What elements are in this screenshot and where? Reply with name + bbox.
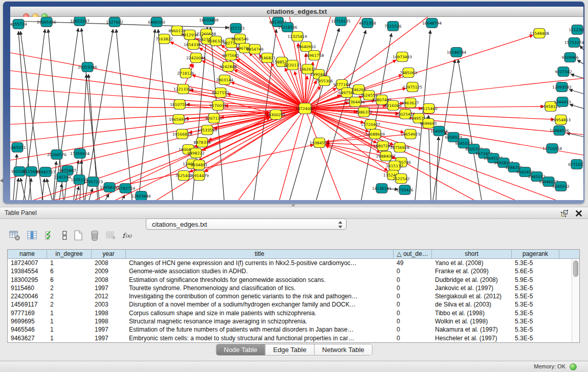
graph-node[interactable]: 4671358 [359,18,376,28]
graph-node[interactable]: 9267110 [205,114,223,123]
table-row[interactable]: 911546021997Tourette syndrome. Phenomeno… [8,284,579,292]
graph-node[interactable]: 15751074 [564,38,583,48]
graph-node[interactable]: 12710354 [542,144,562,154]
table-cell-name[interactable]: 9115460 [8,284,47,292]
graph-node[interactable]: 12923446 [132,191,151,201]
graph-node[interactable]: 4055724 [10,19,27,29]
citation-network-graph[interactable]: 1872400718300295193845547163822896012889… [10,17,583,200]
graph-node[interactable]: 6771023 [568,160,583,169]
table-cell-name[interactable]: 19384554 [8,267,47,275]
table-cell-pagerank[interactable]: 5.3E-5 [512,325,559,334]
graph-node[interactable]: 10653287 [70,17,90,26]
table-cell-title[interactable]: Changes of HCN gene expression and I(f) … [126,259,394,267]
table-cell-year[interactable]: 1997 [92,284,126,292]
table-cell-in_degree[interactable]: 1 [47,325,92,334]
table-cell-title[interactable]: Disruption of a novel member of a sodium… [126,300,394,309]
table-cell-short[interactable]: de Silva et al. (2003) [432,300,512,309]
row-height-button[interactable] [58,229,71,243]
table-selector-dropdown[interactable]: citations_edges.txt [146,218,346,230]
table-cell-year[interactable]: 2008 [92,276,126,284]
table-cell-name[interactable]: 18724007 [8,259,47,267]
table-cell-title[interactable]: Investigating the contribution of common… [126,292,394,300]
table-vertical-scrollbar[interactable] [572,259,579,342]
table-cell-name[interactable]: 14569117 [8,300,47,309]
tab-edge-table[interactable]: Edge Table [265,344,314,355]
table-cell-in_degree[interactable]: 2 [47,292,92,300]
table-cell-title[interactable]: Estimation of significance thresholds fo… [126,276,394,284]
table-cell-title[interactable]: Corpus callosum shape and size in male p… [126,309,394,317]
graph-node[interactable]: 12325419 [288,32,307,41]
table-cell-in_degree[interactable]: 6 [47,267,92,275]
table-cell-short[interactable]: Yano et al. (2008) [432,259,512,267]
table-row[interactable]: 946362711997Embryonic stem cells: a mode… [8,334,579,342]
show-columns-button[interactable] [26,229,39,243]
graph-node[interactable]: 12975125 [403,82,422,92]
float-panel-icon[interactable] [560,209,569,217]
tab-node-table[interactable]: Node Table [216,344,265,355]
table-cell-in_degree[interactable]: 1 [47,317,92,325]
graph-node[interactable]: 20053346 [78,62,97,72]
table-cell-title[interactable]: Tourette syndrome. Phenomenology and cla… [126,284,394,292]
table-cell-year[interactable]: 1997 [92,325,126,334]
table-cell-pagerank[interactable]: 5.3E-5 [512,309,559,317]
table-row[interactable]: 1872400712008Changes of HCN gene express… [8,259,579,267]
table-cell-in_degree[interactable]: 2 [47,300,92,309]
function-builder-fx-button[interactable]: f(x) [122,229,135,243]
graph-node[interactable]: 19384554 [310,138,329,148]
graph-node[interactable]: 17359924 [70,149,90,159]
graph-node[interactable]: 20691406 [37,17,56,27]
table-cell-out_degree[interactable]: 0 [394,267,432,275]
table-cell-short[interactable]: Franke et al. (2009) [432,267,512,275]
new-column-document-button[interactable] [72,229,85,243]
graph-node[interactable]: 10688609 [365,129,385,139]
table-cell-pagerank[interactable]: 5.3E-5 [512,284,559,292]
graph-node[interactable]: 16033809 [199,17,219,25]
select-columns-checklist-button[interactable] [43,229,56,243]
graph-node[interactable]: 12093582 [552,82,572,92]
table-row[interactable]: 946554611997Estimation of the future num… [8,325,579,334]
table-cell-name[interactable]: 9777169 [8,309,47,317]
table-cell-in_degree[interactable]: 1 [47,334,92,342]
table-cell-out_degree[interactable]: 0 [394,292,432,300]
graph-node[interactable]: 7163822 [156,34,173,44]
graph-node[interactable]: 9329966 [561,53,579,62]
table-cell-name[interactable]: 18300295 [8,276,47,284]
table-cell-out_degree[interactable]: 0 [394,317,432,325]
table-row[interactable]: 1830029562008Estimation of significance … [8,276,579,284]
table-cell-title[interactable]: Genome-wide association studies in ADHD. [126,267,394,275]
graph-node[interactable]: 16914479 [189,171,209,181]
delete-columns-trash-button[interactable] [88,229,101,243]
graph-node[interactable]: 8878334 [193,138,211,147]
table-cell-year[interactable]: 2008 [92,259,126,267]
table-cell-out_degree[interactable]: 0 [394,276,432,284]
network-canvas[interactable]: 1872400718300295193845547163822896012889… [10,17,583,200]
tab-network-table[interactable]: Network Table [314,344,372,355]
graph-node[interactable]: 15720407 [361,120,380,129]
close-panel-icon[interactable] [575,209,583,217]
table-cell-short[interactable]: Jankovic et al. (1997) [432,284,512,292]
graph-node[interactable]: 11548408 [530,29,549,38]
table-cell-out_degree[interactable]: 49 [394,259,432,267]
graph-node[interactable]: 16648794 [422,18,442,28]
table-cell-pagerank[interactable]: 5.5E-5 [512,292,559,300]
table-cell-pagerank[interactable]: 5.3E-5 [512,259,559,267]
table-cell-in_degree[interactable]: 1 [47,259,92,267]
graph-node[interactable]: 1527602 [106,17,123,27]
graph-node[interactable]: 18640910 [296,42,316,52]
graph-node[interactable]: 16961758 [304,51,324,60]
table-cell-short[interactable]: Hescheler et al. (1997) [432,334,512,342]
table-cell-year[interactable]: 1997 [92,334,126,342]
table-row[interactable]: 1456911722003Disruption of a novel membe… [8,300,579,309]
scrollbar-thumb[interactable] [573,260,578,277]
table-cell-in_degree[interactable]: 1 [47,309,92,317]
table-cell-pagerank[interactable]: 5.6E-5 [512,267,559,275]
table-cell-title[interactable]: Embryonic stem cells: a model to study s… [126,334,394,342]
table-row[interactable]: 1938455462009Genome-wide association stu… [8,267,579,275]
graph-node[interactable]: 7485063 [400,68,417,78]
table-cell-short[interactable]: Wolkin et al. (1998) [432,317,512,325]
table-cell-in_degree[interactable]: 6 [47,276,92,284]
table-cell-in_degree[interactable]: 2 [47,284,92,292]
table-cell-year[interactable]: 2003 [92,300,126,309]
table-cell-name[interactable]: 9465546 [8,325,47,334]
graph-node[interactable]: 16548784 [447,48,466,57]
